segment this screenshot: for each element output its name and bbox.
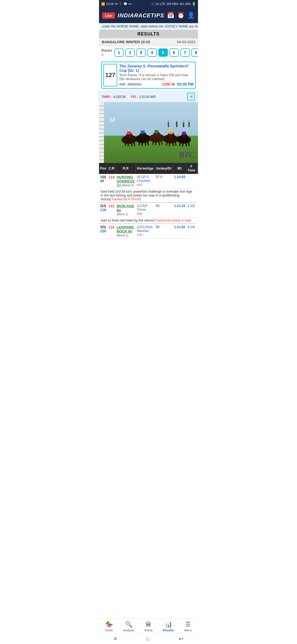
svg-point-42 (167, 120, 169, 122)
comment-row-1: hard held 2nd till turn, powerfull chall… (99, 189, 198, 203)
fence-line (99, 102, 104, 163)
race-title: The Zavaray S. Poonawalla Sprinters\' Cu… (119, 64, 194, 73)
svg-line-5 (131, 141, 132, 146)
result-ftime-2: 1:11.18 (173, 203, 186, 217)
race-subtitle: Term Races / For Horses 4 Years Old and … (119, 73, 194, 81)
table-header-row: Pos C.R R.R Horse/Age Jockey/Dr Wt F Tim… (99, 163, 198, 174)
result-rr-2: 122 (108, 203, 116, 217)
pmr-label: PMR : (102, 95, 112, 99)
svg-line-36 (183, 141, 183, 146)
app-header: Live INDIARACETIPS 📅 ⏰ 👤 (99, 8, 198, 23)
result-pos-3: 3(5) 120 (99, 224, 108, 239)
col-lbh: LBh (196, 163, 198, 174)
race-prize: INR :4900000 (119, 82, 141, 86)
race-btn-2[interactable]: 2 (125, 48, 135, 57)
race-card: 127 The Zavaray S. Poonawalla Sprinters\… (101, 62, 196, 89)
race-venue: BANGALORE WINTER 22-23 (102, 40, 150, 44)
signal-icon: 📶 (101, 2, 105, 6)
result-lbh-3: 4 1/4 (186, 224, 196, 239)
svg-line-29 (173, 141, 173, 146)
races-label: Races > (101, 48, 112, 57)
race-btn-4[interactable]: 4 (147, 48, 157, 57)
race-number: 127 (105, 72, 116, 79)
race-btn-8[interactable]: 8 (191, 48, 198, 57)
result-rr-3: 118 (108, 224, 116, 239)
race-info-bar: BANGALORE WINTER 22-23 04-03-2023 (99, 38, 198, 46)
race-btn-7[interactable]: 7 (180, 48, 190, 57)
race-date: 04-03-2023 (177, 40, 196, 44)
live-badge: Live (102, 12, 115, 19)
close-button[interactable]: ✕ (187, 93, 195, 100)
race-btn-6[interactable]: 6 (169, 48, 179, 57)
race-number-box: 127 (103, 64, 117, 86)
result-wt-1: 57.5 (155, 174, 173, 189)
race-time: 03:35 PM (177, 82, 194, 86)
col-cr: C.R (108, 163, 116, 174)
ticker-text: under the HORSE NAME, odds before the JO… (102, 24, 198, 28)
result-jockey-2: (11/4)P Trevor 5(A) (136, 203, 155, 217)
pmr-value: 4.00CM (113, 95, 126, 99)
race-btn-1[interactable]: 1 (114, 48, 124, 57)
comment-row-2: start to finish bid foiled by the winner… (99, 217, 198, 224)
bluetooth-icon: ⬡ (152, 2, 154, 6)
col-horse: Horse/Age (136, 163, 155, 174)
svg-rect-16 (141, 130, 145, 134)
svg-line-28 (169, 141, 170, 146)
profile-icon[interactable]: 👤 (187, 12, 195, 19)
svg-line-21 (159, 140, 160, 145)
svg-rect-41 (168, 122, 169, 127)
pmr-bar: PMR : 4.00CM FR : 3.5/16-WP ✕ (99, 91, 198, 102)
table-row: 2(4) 118 122 IRON AGE 8g (Bend 1) (11/4)… (99, 203, 198, 217)
result-wt-3: 59 (155, 224, 173, 239)
pmr-info: PMR : 4.00CM FR : 3.5/16-WP (102, 95, 156, 99)
svg-line-20 (156, 140, 156, 145)
svg-rect-40 (182, 132, 186, 135)
svg-point-44 (175, 119, 178, 122)
svg-point-48 (188, 120, 190, 122)
race-distance: 1200 M (162, 82, 175, 86)
info-icon: ❓ (119, 2, 122, 6)
alarm-icon[interactable]: ⏰ (177, 12, 185, 19)
result-lbh-2: 1 1/2 (186, 203, 196, 217)
svg-rect-8 (127, 131, 131, 135)
status-left: 📶 19:28 ✉ ❓ 💬 ••• (101, 2, 131, 6)
col-pos: Pos (99, 163, 108, 174)
more-icon: ••• (128, 2, 132, 6)
battery-icon: 🔋 (192, 2, 196, 6)
result-rr-1: 124 (108, 174, 116, 189)
status-bar: 📶 19:28 ✉ ❓ 💬 ••• ⬡ Vo LTE 105 KB/s 4G 1… (99, 0, 198, 8)
svg-rect-24 (155, 130, 158, 133)
race-photo: 12 (99, 102, 198, 163)
svg-rect-45 (183, 122, 184, 127)
svg-line-4 (128, 141, 129, 146)
race-btn-3[interactable]: 3 (136, 48, 146, 57)
comment-text-2: start to finish bid foiled by the winner… (99, 217, 196, 224)
svg-line-13 (145, 141, 146, 146)
header-icons: 📅 ⏰ 👤 (167, 12, 195, 19)
result-horse-1: HUNTINGGODDESS 5m (Bend 2) (116, 174, 136, 189)
result-pos-2: 2(4) 118 (99, 203, 108, 217)
svg-rect-43 (176, 121, 177, 127)
result-ftime-1: 1:10.93 (173, 174, 186, 189)
speed-info: 105 KB/s (166, 2, 179, 6)
network-4g: 4G (180, 2, 184, 6)
email-icon: ✉ (115, 2, 117, 6)
btc-logo: BTC (179, 150, 194, 159)
carrier-info: Vo LTE (155, 2, 165, 6)
msg-icon: 💬 (123, 2, 127, 6)
result-horse-2: IRON AGE 8g (Bend 1) (116, 203, 136, 217)
fr-label: FR : (131, 95, 138, 99)
race-btn-5[interactable]: 5 (158, 48, 168, 57)
svg-line-37 (186, 141, 186, 146)
race-bottom-info: INR :4900000 1200 M 03:35 PM (119, 82, 194, 86)
table-row: 3(5) 120 118 LEOPARDROCK 6h (Bend 1) (10… (99, 224, 198, 239)
status-right: ⬡ Vo LTE 105 KB/s 4G 16% 🔋 (152, 2, 196, 6)
result-horse-3: LEOPARDROCK 6h (Bend 1) (116, 224, 136, 239)
result-lbh-1 (186, 174, 196, 189)
result-jockey-3: (10/1)Yash Narredu 1(A) (136, 224, 155, 239)
calendar-icon[interactable]: 📅 (167, 12, 174, 19)
app-title: INDIARACETIPS (118, 12, 164, 19)
battery-level: 16% (185, 2, 191, 6)
svg-line-12 (142, 141, 142, 146)
col-ftime: F Time (186, 163, 196, 174)
